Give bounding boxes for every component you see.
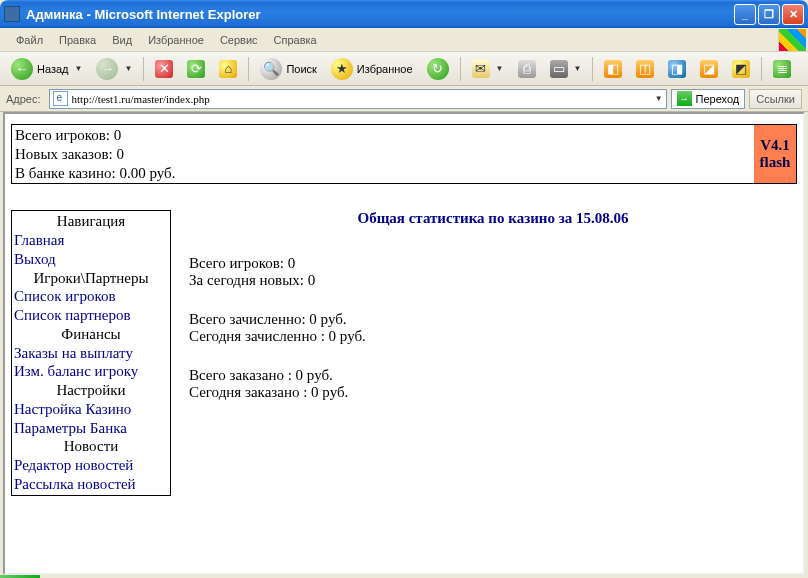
go-label: Переход — [696, 93, 740, 105]
aux-icon: ◪ — [700, 60, 718, 78]
maximize-button[interactable]: ❐ — [758, 4, 780, 25]
aux-icon: ◨ — [668, 60, 686, 78]
summary-panel: Всего игроков: 0 Новых заказов: 0 В банк… — [11, 124, 797, 184]
nav-link-partners-list[interactable]: Список партнеров — [14, 306, 168, 325]
close-button[interactable]: ✕ — [782, 4, 804, 25]
window-controls: _ ❐ ✕ — [734, 4, 804, 25]
stop-icon: ✕ — [155, 60, 173, 78]
menu-bar: Файл Правка Вид Избранное Сервис Справка — [0, 28, 808, 52]
nav-link-news-mail[interactable]: Рассылка новостей — [14, 475, 168, 494]
print-button[interactable]: ⎙ — [513, 56, 541, 82]
refresh-icon: ⟳ — [187, 60, 205, 78]
navigation-panel: Навигация Главная Выход Игроки\Партнеры … — [11, 210, 171, 495]
separator — [761, 57, 762, 81]
forward-arrow-icon: → — [96, 58, 118, 80]
stat-credited-today: Сегодня зачисленно : 0 руб. — [189, 328, 797, 345]
nav-link-players-list[interactable]: Список игроков — [14, 287, 168, 306]
page-content: Всего игроков: 0 Новых заказов: 0 В банк… — [3, 112, 805, 575]
links-button[interactable]: Ссылки — [749, 89, 802, 109]
summary-players-value: 0 — [114, 127, 122, 143]
chevron-down-icon: ▼ — [496, 64, 504, 73]
aux-icon: ◩ — [732, 60, 750, 78]
nav-link-exit[interactable]: Выход — [14, 250, 168, 269]
aux-button-5[interactable]: ◩ — [727, 56, 755, 82]
summary-players-label: Всего игроков: — [15, 127, 110, 143]
nav-heading-players: Игроки\Партнеры — [14, 269, 168, 288]
nav-heading-settings: Настройки — [14, 381, 168, 400]
history-icon: ↻ — [427, 58, 449, 80]
ie-icon — [4, 6, 20, 22]
page-body: Всего игроков: 0 Новых заказов: 0 В банк… — [5, 114, 803, 506]
summary-bank-value: 0.00 руб. — [120, 165, 176, 181]
menu-edit[interactable]: Правка — [51, 32, 104, 48]
main-panel: Общая статистика по казино за 15.08.06 В… — [189, 210, 797, 423]
home-icon: ⌂ — [219, 60, 237, 78]
mail-button[interactable]: ✉▼ — [467, 56, 509, 82]
minimize-button[interactable]: _ — [734, 4, 756, 25]
window-title: Админка - Microsoft Internet Explorer — [26, 7, 734, 22]
nav-link-balance[interactable]: Изм. баланс игроку — [14, 362, 168, 381]
links-label: Ссылки — [756, 93, 795, 105]
menu-view[interactable]: Вид — [104, 32, 140, 48]
stat-new-today: За сегодня новых: 0 — [189, 272, 797, 289]
summary-orders-label: Новых заказов: — [15, 146, 113, 162]
summary-bank-label: В банке казино: — [15, 165, 116, 181]
menu-favorites[interactable]: Избранное — [140, 32, 212, 48]
titlebar: Админка - Microsoft Internet Explorer _ … — [0, 0, 808, 28]
url-field-wrapper[interactable]: ▼ — [49, 89, 667, 109]
menu-file[interactable]: Файл — [8, 32, 51, 48]
version-line1: V4.1 — [754, 137, 796, 154]
nav-link-news-editor[interactable]: Редактор новостей — [14, 456, 168, 475]
separator — [248, 57, 249, 81]
search-label: Поиск — [286, 63, 316, 75]
go-arrow-icon: → — [677, 91, 692, 106]
nav-heading-main: Навигация — [14, 212, 168, 231]
menu-tools[interactable]: Сервис — [212, 32, 266, 48]
stat-ordered-total: Всего заказано : 0 руб. — [189, 367, 797, 384]
separator — [592, 57, 593, 81]
back-arrow-icon: ← — [11, 58, 33, 80]
aux-button-3[interactable]: ◨ — [663, 56, 691, 82]
page-icon — [53, 91, 68, 106]
refresh-button[interactable]: ⟳ — [182, 56, 210, 82]
home-button[interactable]: ⌂ — [214, 56, 242, 82]
nav-link-home[interactable]: Главная — [14, 231, 168, 250]
separator — [143, 57, 144, 81]
version-badge: V4.1 flash — [754, 125, 796, 183]
go-button[interactable]: → Переход — [671, 89, 746, 109]
url-input[interactable] — [72, 93, 649, 105]
nav-link-payouts[interactable]: Заказы на выплату — [14, 344, 168, 363]
favorites-label: Избранное — [357, 63, 413, 75]
edit-icon: ▭ — [550, 60, 568, 78]
summary-text: Всего игроков: 0 Новых заказов: 0 В банк… — [12, 125, 179, 183]
nav-heading-finance: Финансы — [14, 325, 168, 344]
summary-orders-value: 0 — [116, 146, 124, 162]
print-icon: ⎙ — [518, 60, 536, 78]
stop-button[interactable]: ✕ — [150, 56, 178, 82]
aux-icon: ◫ — [636, 60, 654, 78]
chevron-down-icon: ▼ — [75, 64, 83, 73]
windows-flag-icon — [778, 29, 806, 51]
aux-button-1[interactable]: ◧ — [599, 56, 627, 82]
favorites-button[interactable]: ★ Избранное — [326, 56, 418, 82]
nav-link-casino-settings[interactable]: Настройка Казино — [14, 400, 168, 419]
aux-button-6[interactable]: ≣ — [768, 56, 796, 82]
chevron-down-icon: ▼ — [574, 64, 582, 73]
nav-link-bank-params[interactable]: Параметры Банка — [14, 419, 168, 438]
star-icon: ★ — [331, 58, 353, 80]
nav-heading-news: Новости — [14, 437, 168, 456]
back-button[interactable]: ← Назад ▼ — [6, 56, 87, 82]
mail-icon: ✉ — [472, 60, 490, 78]
menu-help[interactable]: Справка — [266, 32, 325, 48]
address-label: Адрес: — [6, 93, 41, 105]
forward-button[interactable]: → ▼ — [91, 56, 137, 82]
search-button[interactable]: 🔍 Поиск — [255, 56, 321, 82]
aux-icon: ◧ — [604, 60, 622, 78]
back-label: Назад — [37, 63, 69, 75]
aux-button-2[interactable]: ◫ — [631, 56, 659, 82]
edit-button[interactable]: ▭▼ — [545, 56, 587, 82]
aux-button-4[interactable]: ◪ — [695, 56, 723, 82]
history-button[interactable]: ↻ — [422, 56, 454, 82]
stat-ordered-today: Сегодня заказано : 0 руб. — [189, 384, 797, 401]
chevron-down-icon[interactable]: ▼ — [655, 94, 663, 103]
